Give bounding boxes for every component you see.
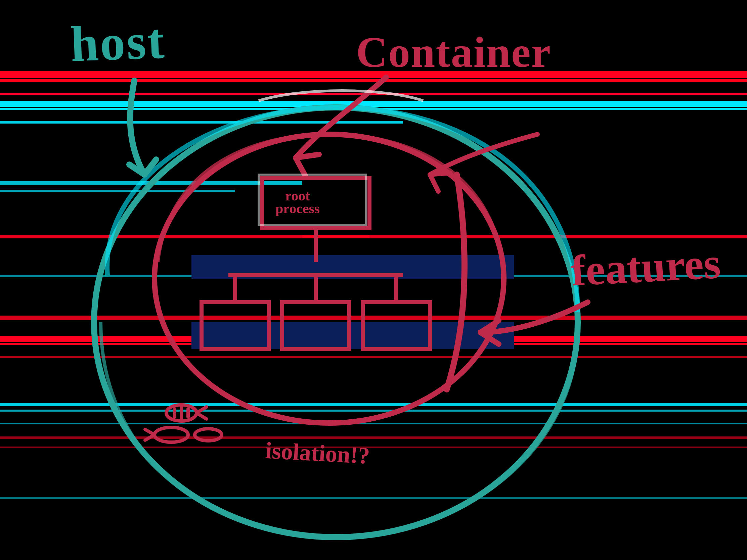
isolation-label: isolation!? — [265, 437, 370, 469]
root-process-label: root process — [276, 190, 320, 215]
svg-point-38 — [155, 427, 188, 442]
svg-point-23 — [94, 107, 578, 537]
sketch-canvas: host Container features isolation!? root… — [0, 0, 747, 560]
container-label: Container — [356, 27, 551, 77]
svg-rect-33 — [363, 302, 430, 349]
svg-rect-32 — [282, 302, 349, 349]
svg-point-39 — [195, 429, 222, 441]
host-label: host — [70, 12, 166, 73]
svg-rect-31 — [202, 302, 269, 349]
features-label: features — [570, 238, 721, 296]
